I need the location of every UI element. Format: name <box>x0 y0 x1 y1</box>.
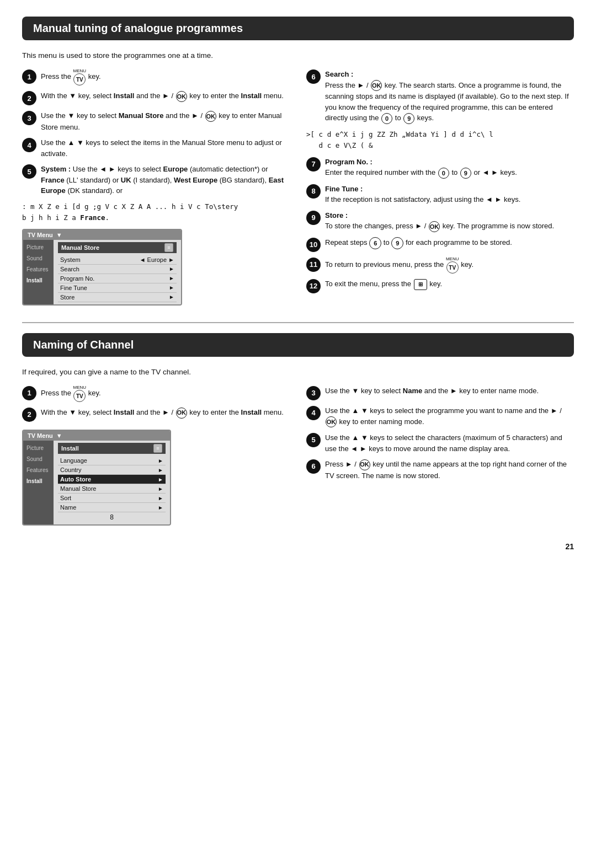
language-label: Language <box>60 457 87 464</box>
step-5-text: System : Use the ◄ ► keys to select Euro… <box>41 164 290 196</box>
step-num-7: 7 <box>306 157 321 172</box>
search-label: Search <box>60 266 79 272</box>
step-num-2: 2 <box>22 91 36 105</box>
country-label: Country <box>60 467 82 473</box>
key-9-prog: 9 <box>460 168 471 179</box>
naming-channel-section: Naming of Channel If required, you can g… <box>22 333 574 526</box>
sidebar-sound: Sound <box>23 253 54 264</box>
tv-menu-header-1: TV Menu ▼ <box>23 230 181 240</box>
manualstore-arrow: ► <box>158 486 163 492</box>
s2-step-3: 3 Use the ▼ key to select Name and the ►… <box>306 385 574 400</box>
s2-menu-row-manualstore: Manual Store ► <box>58 484 166 494</box>
store-label: Store <box>60 294 74 301</box>
section1-right-col: 6 Search : Press the ► / OK key. The sea… <box>306 69 574 306</box>
finetune-arrow: ► <box>169 285 174 291</box>
section1-left-col: 1 Press the MENUTV key. 2 With the ▼ key… <box>22 69 290 306</box>
s2-menu-row-language: Language ► <box>58 456 166 465</box>
menu-row-finetune: Fine Tune ► <box>58 283 177 293</box>
step-1-text: Press the MENUTV key. <box>41 69 101 85</box>
install-label: Install <box>61 445 79 452</box>
autostore-arrow: ► <box>158 476 163 483</box>
step-6-text: Search : Press the ► / OK key. The searc… <box>325 69 574 124</box>
s2-step-6: 6 Press ► / OK key until the name appear… <box>306 459 574 481</box>
menu-key-11: MENUTV <box>446 257 459 274</box>
s2-step-4: 4 Use the ▲ ▼ keys to select the program… <box>306 405 574 427</box>
programno-arrow: ► <box>169 275 174 281</box>
ref-9: 9 <box>391 237 403 249</box>
section2-intro: If required, you can give a name to the … <box>22 367 574 378</box>
s2-step-num-6: 6 <box>306 459 321 474</box>
ref-6: 6 <box>369 237 381 249</box>
step-7: 7 Program No. : Enter the required numbe… <box>306 157 574 179</box>
name-arrow: ► <box>158 505 163 511</box>
tv-menu-content-1: Manual Store ≡ System ◄ Europe ► Search … <box>54 240 181 304</box>
country-arrow: ► <box>158 467 163 473</box>
ok-key-3: OK <box>205 111 216 122</box>
menu-icon-box: ≡ <box>164 243 173 252</box>
s2-step-num-4: 4 <box>306 406 321 420</box>
tv-menu-sidebar-2: Picture Sound Features Install <box>23 441 54 524</box>
tv-menu-title-1: Manual Store ≡ <box>58 242 177 253</box>
s2-sidebar-picture: Picture <box>23 443 54 454</box>
tv-menu-body-1: Picture Sound Features Install Manual St… <box>23 240 181 304</box>
tv-menu-mockup-1: TV Menu ▼ Picture Sound Features Install… <box>22 229 182 306</box>
step-11: 11 To return to previous menu, press the… <box>306 257 574 274</box>
ok-key: OK <box>176 91 187 102</box>
sidebar-install: Install <box>23 275 54 286</box>
ok-key-6: OK <box>371 80 382 91</box>
key-9: 9 <box>403 113 414 124</box>
tv-menu-content-2: Install ≡ Language ► Country ► Auto St <box>54 441 170 524</box>
step-11-text: To return to previous menu, press the ME… <box>325 257 473 274</box>
s2-step-1: 1 Press the MENUTV key. <box>22 385 290 402</box>
tv-menu-sidebar-1: Picture Sound Features Install <box>23 240 54 304</box>
s2-sidebar-features: Features <box>23 465 54 476</box>
step-num-12: 12 <box>306 279 321 293</box>
s2-menu-row-autostore: Auto Store ► <box>58 475 166 484</box>
ok-key-s2-6: OK <box>359 459 370 470</box>
exit-key: ⊞ <box>414 279 427 290</box>
ok-key-9: OK <box>429 221 440 232</box>
menu-row-store: Store ► <box>58 293 177 302</box>
key-0: 0 <box>381 113 392 124</box>
s2-menu-key-1: MENUTV <box>73 385 87 402</box>
s2-step-num-1: 1 <box>22 386 36 400</box>
garbled-text-1: : m X Z e i [d g ;g V c X Z A A ... h i … <box>22 201 290 223</box>
page-number: 21 <box>22 542 574 551</box>
ok-key-s2-2: OK <box>176 408 187 419</box>
s2-step-5-text: Use the ▲ ▼ keys to select the character… <box>325 432 574 454</box>
key-0-prog: 0 <box>438 168 449 179</box>
store-arrow: ► <box>169 294 174 300</box>
sidebar-features: Features <box>23 264 54 275</box>
step-9: 9 Store : To store the changes, press ► … <box>306 210 574 232</box>
step-num-9: 9 <box>306 211 321 225</box>
section1-content: 1 Press the MENUTV key. 2 With the ▼ key… <box>22 69 574 306</box>
step-num-11: 11 <box>306 258 321 272</box>
tv-menu-title-2: Install ≡ <box>58 443 166 454</box>
menu-row-search: Search ► <box>58 265 177 274</box>
section2-right-col: 3 Use the ▼ key to select Name and the ►… <box>306 385 574 526</box>
s2-menu-row-country: Country ► <box>58 465 166 475</box>
manual-tuning-section: Manual tuning of analogue programmes Thi… <box>22 17 574 306</box>
step-3: 3 Use the ▼ key to select Manual Store a… <box>22 110 290 132</box>
menu-row-system: System ◄ Europe ► <box>58 255 177 265</box>
garbled-text-2: >[ c d e^X i j g ZZ Zh „Wdata Yi ] d d i… <box>306 129 574 151</box>
tv-menu-header-2: TV Menu ▼ <box>23 431 170 441</box>
section-divider <box>22 322 574 323</box>
s2-sidebar-sound: Sound <box>23 454 54 465</box>
tv-menu-body-2: Picture Sound Features Install Install ≡… <box>23 441 170 524</box>
menu-icon-box-2: ≡ <box>153 444 162 453</box>
s2-step-2-text: With the ▼ key, select Install and the ►… <box>41 407 284 419</box>
step-1: 1 Press the MENUTV key. <box>22 69 290 85</box>
s2-step-3-text: Use the ▼ key to select Name and the ► k… <box>325 385 539 397</box>
step-8-text: Fine Tune : If the reception is not sati… <box>325 184 520 205</box>
step-num-5: 5 <box>22 164 36 179</box>
sort-arrow: ► <box>158 495 163 501</box>
step-5: 5 System : Use the ◄ ► keys to select Eu… <box>22 164 290 196</box>
step-num-8: 8 <box>306 184 321 199</box>
s2-step-6-text: Press ► / OK key until the name appears … <box>325 459 574 481</box>
s2-menu-row-sort: Sort ► <box>58 494 166 503</box>
step-7-text: Program No. : Enter the required number … <box>325 157 517 179</box>
search-arrow: ► <box>169 266 174 272</box>
s2-step-2: 2 With the ▼ key, select Install and the… <box>22 407 290 422</box>
step-8: 8 Fine Tune : If the reception is not sa… <box>306 184 574 205</box>
